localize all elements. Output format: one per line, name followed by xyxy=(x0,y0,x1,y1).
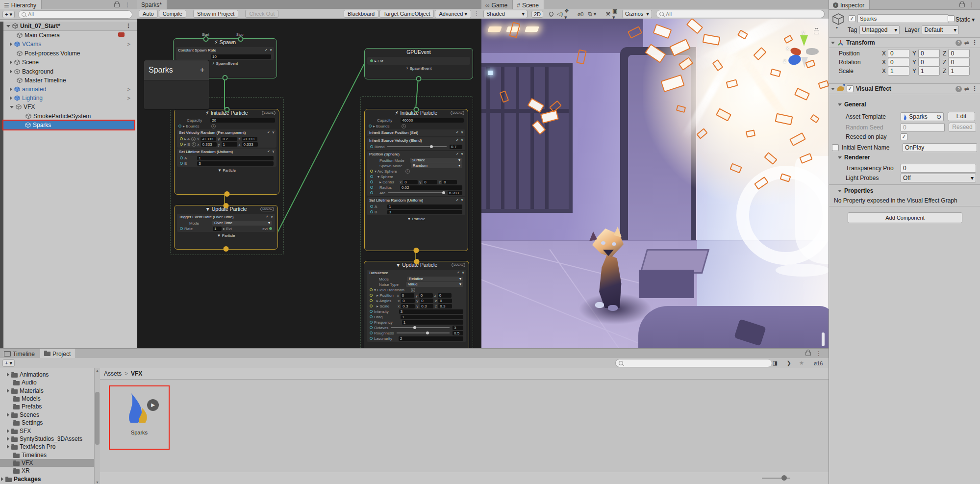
radius-port[interactable] xyxy=(370,186,373,189)
object-picker-icon[interactable]: ⊙ xyxy=(936,113,941,121)
vfx-blackboard[interactable]: Sparks + xyxy=(144,60,209,110)
evt-output-port[interactable] xyxy=(269,227,272,230)
float-port[interactable] xyxy=(370,205,373,208)
tree-scrollbar-thumb[interactable] xyxy=(95,392,100,445)
block-enabled-checkbox[interactable]: ✓ xyxy=(456,152,459,156)
scene-search-input[interactable]: All xyxy=(656,10,825,18)
layer-dropdown[interactable]: Default▾ xyxy=(922,25,959,34)
hierarchy-menu-icon[interactable]: ⋮ xyxy=(125,1,130,8)
vfx-menu-icon[interactable]: ⋮ xyxy=(474,10,479,17)
capacity-field[interactable]: 20 xyxy=(210,118,275,123)
float-port[interactable] xyxy=(370,321,373,324)
hierarchy-visibility-gutter[interactable] xyxy=(0,22,3,348)
block-collapse-icon[interactable]: ∨ xyxy=(461,152,463,156)
vec3-port[interactable] xyxy=(180,137,183,140)
initial-event-field[interactable]: OnPlay xyxy=(903,143,977,152)
prefab-chevron-icon[interactable]: > xyxy=(127,86,130,92)
foldout-icon[interactable] xyxy=(6,25,10,27)
asset-sparks-icon[interactable] xyxy=(120,390,151,425)
float-port[interactable] xyxy=(180,156,183,159)
renderer-foldout[interactable]: Renderer xyxy=(838,154,870,161)
arcsphere-port[interactable] xyxy=(370,170,373,173)
space-toggle-icon[interactable]: L xyxy=(411,288,415,292)
block-enabled-checkbox[interactable]: ✓ xyxy=(265,48,268,52)
edit-button[interactable]: Edit xyxy=(948,112,975,121)
hierarchy-item-scene[interactable]: Scene xyxy=(4,58,133,67)
vfx-blackboard-button[interactable]: Blackboard xyxy=(344,10,378,18)
noise-type-dropdown[interactable]: Value▾ xyxy=(406,282,463,287)
folder-materials[interactable]: Materials xyxy=(0,387,100,395)
scene-audio-toggle[interactable]: ◁) xyxy=(555,10,564,18)
initial-event-checkbox[interactable] xyxy=(832,144,839,151)
float-port[interactable] xyxy=(180,162,183,165)
block-collapse-icon[interactable]: ∨ xyxy=(462,271,464,275)
spawn-output-port[interactable] xyxy=(223,75,228,80)
transform-header[interactable]: Transform ? ⇌ ⋮ xyxy=(829,37,980,48)
rotation-y-field[interactable]: 0 xyxy=(918,58,940,67)
block-collapse-icon[interactable]: ∨ xyxy=(461,130,463,134)
context-output-port[interactable] xyxy=(224,246,229,252)
float-port[interactable] xyxy=(180,227,183,230)
mode-dropdown[interactable]: Over Time▾ xyxy=(212,221,272,226)
bounds-port[interactable] xyxy=(369,125,372,127)
folder-syntystudios[interactable]: SyntyStudios_3DAssets xyxy=(0,435,100,443)
tab-timeline[interactable]: Timeline xyxy=(0,349,40,358)
float-port[interactable] xyxy=(370,337,373,340)
context-output-port[interactable] xyxy=(224,191,229,197)
scene-menu-icon[interactable]: ⋮ xyxy=(126,23,131,29)
space-toggle-icon[interactable]: L xyxy=(192,142,196,147)
hierarchy-search-input[interactable]: All xyxy=(18,10,132,19)
foldout-icon[interactable] xyxy=(831,42,835,44)
vec3-port[interactable] xyxy=(370,294,373,297)
help-icon[interactable]: ? xyxy=(955,86,962,92)
block-collapse-icon[interactable]: ∨ xyxy=(461,138,463,142)
light-probes-dropdown[interactable]: Off▾ xyxy=(901,174,976,182)
gameobject-icon-dropdown[interactable]: ▾ xyxy=(836,25,838,30)
scene-viewport[interactable]: y x z xyxy=(481,19,829,348)
float-port[interactable] xyxy=(370,331,373,334)
block-enabled-checkbox[interactable]: ✓ xyxy=(266,215,269,219)
tab-sparks-graph[interactable]: Sparks* xyxy=(137,0,167,9)
foldout-icon[interactable] xyxy=(10,42,12,46)
vfx-node-initialize-left[interactable]: ⚡ Initialize ParticleLOCAL Capacity20 ▸ … xyxy=(174,109,279,195)
scroll-up-icon[interactable]: ▲ xyxy=(96,369,99,372)
vfx-advanced-dropdown[interactable]: Advanced ▾ xyxy=(435,10,471,18)
gameobject-name-field[interactable]: Sparks xyxy=(857,14,949,23)
float-port[interactable] xyxy=(370,315,373,318)
foldout-icon[interactable] xyxy=(10,106,14,108)
int-port[interactable] xyxy=(370,326,373,329)
hierarchy-create-button[interactable]: + ▾ xyxy=(2,11,15,18)
position-mode-dropdown[interactable]: Surface▾ xyxy=(410,158,462,163)
hidden-packages-icon[interactable]: ø16 xyxy=(810,359,827,367)
folder-settings[interactable]: Settings xyxy=(0,419,106,427)
vec3-port[interactable] xyxy=(180,143,183,146)
capacity-field[interactable]: 40000 xyxy=(401,118,464,123)
lock-icon[interactable] xyxy=(959,2,965,8)
hierarchy-item-smokeparticlesystem[interactable]: SmokeParticleSystem xyxy=(4,112,133,121)
presets-icon[interactable]: ⇌ xyxy=(964,85,969,92)
center-port[interactable] xyxy=(370,180,373,183)
help-icon[interactable]: ? xyxy=(955,40,962,46)
gpuevent-output-port[interactable] xyxy=(416,76,422,81)
general-foldout[interactable]: General xyxy=(838,101,866,108)
folder-sfx[interactable]: SFX xyxy=(0,427,100,435)
foldout-icon[interactable] xyxy=(10,60,12,64)
turbulence-block[interactable]: Turbulence ✓∨ ModeRelative▾ Noise TypeVa… xyxy=(367,270,466,342)
block-enabled-checkbox[interactable]: ✓ xyxy=(456,198,459,202)
float-port[interactable] xyxy=(370,310,373,313)
component-menu-icon[interactable]: ⋮ xyxy=(972,39,978,46)
scale-z-field[interactable]: 1 xyxy=(948,67,970,76)
search-by-type-icon[interactable]: ◨ xyxy=(771,359,779,367)
hierarchy-item-sparks[interactable]: Sparks xyxy=(3,121,134,129)
hierarchy-item-master-timeline[interactable]: Master Timeline xyxy=(4,76,133,85)
folder-xr[interactable]: XR xyxy=(0,467,106,475)
search-by-label-icon[interactable]: ❯ xyxy=(784,359,793,367)
hierarchy-item-postprocess[interactable]: Post-process Volume xyxy=(4,49,133,58)
vfx-node-initialize-right[interactable]: ⚡ Initialize ParticleLOCAL Capacity40000… xyxy=(364,109,468,251)
tab-hierarchy[interactable]: ☰ Hierarchy xyxy=(0,0,42,9)
inherit-source-position-block[interactable]: Inherit Source Position (Set) ✓∨ xyxy=(367,129,465,136)
vec3-port[interactable] xyxy=(370,305,373,307)
prefab-chevron-icon[interactable]: > xyxy=(127,41,130,47)
visual-effect-header[interactable]: ✓ Visual Effect ? ⇌ ⋮ xyxy=(829,83,980,94)
set-lifetime-random-block[interactable]: Set Lifetime Random (Uniform) ✓∨ A1 B3 xyxy=(367,197,465,215)
